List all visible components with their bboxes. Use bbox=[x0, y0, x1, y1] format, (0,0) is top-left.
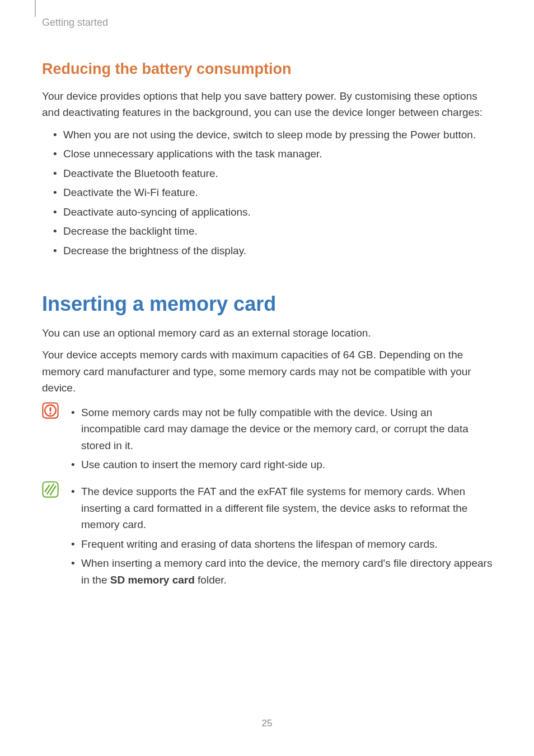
memory-p2: Your device accepts memory cards with ma… bbox=[42, 347, 493, 396]
breadcrumb: Getting started bbox=[42, 17, 108, 29]
caution-icon bbox=[42, 402, 71, 419]
note-icon bbox=[42, 481, 71, 498]
caution-callout: Some memory cards may not be fully compa… bbox=[42, 402, 493, 476]
memory-p1: You can use an optional memory card as a… bbox=[42, 325, 493, 341]
battery-list: When you are not using the device, switc… bbox=[53, 127, 493, 259]
list-item: When you are not using the device, switc… bbox=[53, 127, 493, 143]
page-content: Reducing the battery consumption Your de… bbox=[42, 60, 493, 595]
subheading-battery: Reducing the battery consumption bbox=[42, 60, 493, 78]
note-list: The device supports the FAT and the exFA… bbox=[71, 483, 493, 588]
list-item: Deactivate the Wi-Fi feature. bbox=[53, 184, 493, 200]
heading-memory-card: Inserting a memory card bbox=[42, 292, 493, 316]
svg-point-3 bbox=[49, 412, 51, 414]
caution-list: Some memory cards may not be fully compa… bbox=[71, 404, 493, 473]
svg-rect-2 bbox=[50, 407, 51, 412]
list-item: Decrease the brightness of the display. bbox=[53, 242, 493, 259]
header-rule bbox=[35, 0, 36, 17]
list-item: Some memory cards may not be fully compa… bbox=[71, 404, 493, 454]
note-body: The device supports the FAT and the exFA… bbox=[71, 481, 493, 591]
list-item: Deactivate auto-syncing of applications. bbox=[53, 204, 493, 220]
note-callout: The device supports the FAT and the exFA… bbox=[42, 481, 493, 591]
note-last-bold: SD memory card bbox=[110, 574, 195, 586]
list-item: Close unnecessary applications with the … bbox=[53, 146, 493, 162]
list-item: When inserting a memory card into the de… bbox=[71, 555, 493, 588]
caution-body: Some memory cards may not be fully compa… bbox=[71, 402, 493, 476]
list-item: Decrease the backlight time. bbox=[53, 223, 493, 239]
note-last-post: folder. bbox=[195, 574, 227, 586]
page-number: 25 bbox=[0, 718, 534, 729]
list-item: Deactivate the Bluetooth feature. bbox=[53, 165, 493, 181]
list-item: Frequent writing and erasing of data sho… bbox=[71, 536, 493, 552]
list-item: Use caution to insert the memory card ri… bbox=[71, 456, 493, 473]
battery-intro: Your device provides options that help y… bbox=[42, 88, 493, 121]
list-item: The device supports the FAT and the exFA… bbox=[71, 483, 493, 533]
